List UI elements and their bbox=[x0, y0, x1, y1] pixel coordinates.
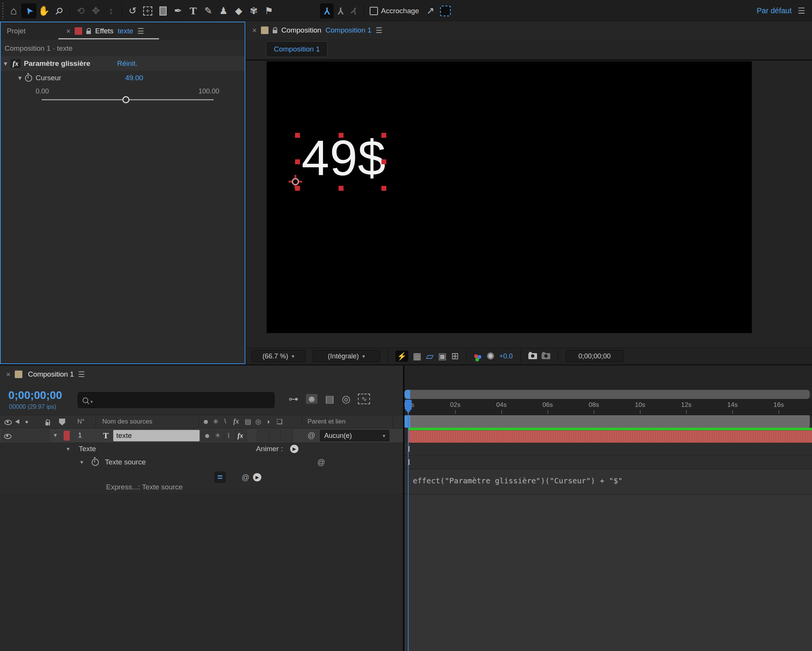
selection-handle[interactable] bbox=[381, 133, 386, 138]
selection-handle[interactable] bbox=[295, 159, 300, 164]
close-icon[interactable]: × bbox=[66, 27, 71, 35]
zoom-tool-icon[interactable]: ⚲ bbox=[48, 0, 70, 22]
video-cell[interactable] bbox=[2, 430, 13, 441]
home-icon[interactable]: ⌂ bbox=[6, 3, 21, 19]
quality-switch-cell[interactable]: \ bbox=[224, 430, 236, 441]
solo-cell[interactable] bbox=[26, 430, 37, 441]
view-axis-mode-icon[interactable]: Y bbox=[347, 3, 361, 19]
shy-layers-icon[interactable]: ☻ bbox=[306, 394, 317, 404]
work-area-start-handle[interactable] bbox=[404, 415, 410, 428]
lock-cell[interactable] bbox=[38, 430, 49, 441]
eye-icon[interactable] bbox=[4, 434, 12, 439]
parent-pickwhip-icon[interactable]: @ bbox=[308, 431, 315, 439]
chevron-down-icon[interactable]: ▾ bbox=[18, 75, 22, 81]
snapping-checkbox[interactable] bbox=[370, 7, 378, 15]
layer-row[interactable]: ▾ 1 T texte ☻ ✳ \ fx @ Aucun(e) ▾ bbox=[0, 428, 403, 443]
toolbar-grip[interactable] bbox=[1, 3, 6, 19]
panel-menu-icon[interactable]: ☰ bbox=[78, 371, 85, 378]
param-slider-track[interactable] bbox=[42, 99, 214, 100]
audio-cell[interactable] bbox=[14, 430, 25, 441]
selection-tool-icon[interactable]: ➤ bbox=[21, 3, 36, 19]
graph-editor-icon[interactable]: ∿ bbox=[358, 394, 370, 404]
viewer-timecode-field[interactable]: 0;00;00;00 bbox=[566, 350, 623, 362]
expression-language-menu-icon[interactable]: ▶ bbox=[253, 473, 261, 481]
region-of-interest-icon[interactable]: ▣ bbox=[438, 352, 447, 361]
channel-icon[interactable] bbox=[474, 354, 478, 358]
selection-handle[interactable] bbox=[339, 133, 344, 138]
work-area-bar[interactable] bbox=[404, 415, 810, 428]
collapse-switch-cell[interactable]: ✳ bbox=[213, 430, 224, 441]
panel-menu-icon[interactable]: ☰ bbox=[376, 26, 383, 34]
frame-blending-icon[interactable]: ▤ bbox=[325, 394, 334, 404]
tab-projet[interactable]: Projet bbox=[7, 27, 26, 35]
search-caret-icon[interactable]: ▾ bbox=[91, 400, 93, 404]
pen-tool-icon[interactable]: ✒ bbox=[170, 3, 186, 19]
expression-code[interactable]: effect("Paramètre glissière")("Curseur")… bbox=[413, 476, 623, 485]
fx-switch-cell[interactable]: fx bbox=[236, 430, 247, 441]
expression-pickwhip-icon[interactable]: @ bbox=[242, 473, 249, 481]
timeline-tab-label[interactable]: Composition 1 bbox=[28, 370, 74, 378]
pan-behind-tool-icon[interactable]: ✛ bbox=[140, 3, 155, 19]
type-tool-icon[interactable]: T bbox=[186, 3, 201, 19]
exposure-value[interactable]: +0.0 bbox=[499, 352, 513, 360]
effect-reset-link[interactable]: Réinit. bbox=[117, 59, 137, 68]
playhead-line[interactable] bbox=[408, 408, 409, 651]
clone-stamp-tool-icon[interactable]: ♟ bbox=[216, 3, 231, 19]
panel-color-swatch[interactable] bbox=[75, 27, 82, 35]
group-chevron-icon[interactable]: ▾ bbox=[67, 446, 70, 452]
text-group-row[interactable]: ▾ Texte Animer : ▶ bbox=[0, 443, 403, 455]
current-timecode[interactable]: 0;00;00;00 bbox=[8, 389, 62, 402]
world-axis-mode-icon[interactable]: Y bbox=[334, 3, 347, 19]
expression-editor-row[interactable]: effect("Paramètre glissière")("Curseur")… bbox=[404, 469, 812, 494]
lock-icon[interactable] bbox=[273, 30, 277, 33]
anchor-point-icon[interactable] bbox=[289, 175, 302, 188]
transparency-grid-icon[interactable]: ▦ bbox=[413, 352, 422, 361]
cube-3d-cell[interactable] bbox=[281, 430, 293, 441]
brush-tool-icon[interactable]: ✎ bbox=[201, 3, 216, 19]
eraser-tool-icon[interactable]: ◆ bbox=[231, 3, 246, 19]
selection-handle[interactable] bbox=[339, 186, 344, 191]
search-input[interactable] bbox=[95, 396, 270, 405]
stopwatch-icon[interactable] bbox=[92, 459, 99, 466]
mini-flowchart-icon[interactable]: ⊶ bbox=[289, 394, 298, 404]
layer-color-swatch[interactable] bbox=[64, 431, 70, 441]
chevron-down-icon[interactable]: ▾ bbox=[4, 60, 7, 67]
playhead-marker[interactable] bbox=[405, 400, 412, 409]
effect-header-row[interactable]: ▾ fx Paramètre glissière Réinit. bbox=[1, 56, 245, 71]
roto-brush-tool-icon[interactable]: ✾ bbox=[246, 3, 261, 19]
snapshot-icon[interactable] bbox=[528, 353, 537, 359]
rotation-tool-icon[interactable]: ↺ bbox=[125, 3, 140, 19]
panel-color-swatch[interactable] bbox=[261, 26, 269, 34]
tab-effets-label[interactable]: Effets bbox=[95, 27, 113, 35]
motion-blur-cell[interactable] bbox=[269, 430, 281, 441]
animate-menu-icon[interactable]: ▶ bbox=[290, 445, 298, 453]
local-axis-mode-icon[interactable]: Y bbox=[320, 3, 334, 19]
source-text-row[interactable]: ▾ Texte source @ bbox=[0, 455, 403, 469]
time-ruler[interactable]: 00s 02s 04s 06s 08s 10s 12s 14s 16s bbox=[404, 399, 812, 415]
lock-icon[interactable] bbox=[86, 31, 91, 34]
expression-pickwhip-icon[interactable]: @ bbox=[317, 458, 325, 466]
parent-dropdown[interactable]: Aucun(e) ▾ bbox=[320, 430, 389, 441]
panel-menu-icon[interactable]: ☰ bbox=[137, 27, 144, 35]
layer-name-field[interactable]: texte bbox=[113, 430, 200, 441]
fast-preview-icon[interactable]: ⚡ bbox=[395, 350, 408, 362]
show-snapshot-icon[interactable] bbox=[542, 353, 550, 359]
close-icon[interactable]: × bbox=[252, 26, 257, 34]
shy-switch-cell[interactable]: ☻ bbox=[201, 430, 213, 441]
puppet-pin-tool-icon[interactable]: ⚑ bbox=[261, 3, 276, 19]
workspace-menu-icon[interactable]: ☰ bbox=[798, 7, 805, 15]
rectangle-tool-icon[interactable] bbox=[155, 3, 170, 19]
layer-duration-bar[interactable] bbox=[408, 430, 812, 443]
snap-bounds-icon[interactable] bbox=[438, 3, 453, 19]
selection-handle[interactable] bbox=[381, 186, 386, 191]
exposure-icon[interactable]: ✺ bbox=[486, 351, 495, 361]
motion-blur-icon[interactable]: ◎ bbox=[342, 394, 351, 404]
layer-expand-chevron-icon[interactable]: ▾ bbox=[54, 432, 57, 438]
selection-handle[interactable] bbox=[295, 133, 300, 138]
grid-guides-icon[interactable]: ⊞ bbox=[451, 352, 459, 361]
navigator-start-handle[interactable] bbox=[404, 390, 410, 399]
mask-visibility-icon[interactable]: ▱ bbox=[426, 351, 434, 361]
frame-blend-cell[interactable] bbox=[257, 430, 269, 441]
search-box[interactable]: ▾ bbox=[78, 392, 275, 408]
timeline-navigator[interactable] bbox=[404, 390, 810, 399]
